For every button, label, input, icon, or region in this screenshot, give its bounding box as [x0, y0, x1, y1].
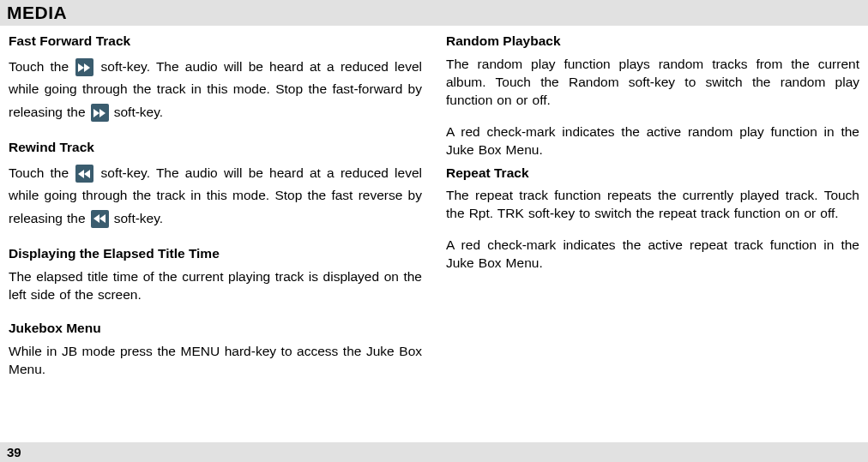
- text-fragment: Touch the: [9, 59, 75, 74]
- section-title-random-playback: Random Playback: [446, 33, 859, 51]
- rewind-icon: [91, 210, 109, 228]
- fast-forward-icon: [91, 104, 109, 122]
- rewind-paragraph: Touch the soft-key. The audio will be he…: [9, 162, 422, 230]
- section-title-rewind: Rewind Track: [9, 139, 422, 157]
- footer-bar: 39: [0, 442, 868, 462]
- page-section-title: MEDIA: [7, 3, 67, 22]
- section-title-fast-forward: Fast Forward Track: [9, 33, 422, 51]
- text-fragment: Touch the: [9, 165, 75, 180]
- text-fragment: soft-key.: [114, 211, 163, 225]
- page-number: 39: [7, 445, 21, 459]
- elapsed-time-paragraph: The elapsed title time of the current pl…: [9, 268, 422, 304]
- content-area: Fast Forward Track Touch the soft-key. T…: [0, 26, 868, 390]
- jukebox-menu-paragraph: While in JB mode press the MENU hard-key…: [9, 343, 422, 379]
- repeat-track-paragraph-2: A red check-mark indicates the active re…: [446, 237, 859, 273]
- section-title-jukebox-menu: Jukebox Menu: [9, 320, 422, 338]
- rewind-icon: [75, 165, 93, 183]
- header-bar: MEDIA: [0, 0, 868, 26]
- left-column: Fast Forward Track Touch the soft-key. T…: [9, 33, 422, 383]
- fast-forward-paragraph: Touch the soft-key. The audio will be he…: [9, 56, 422, 123]
- text-fragment: soft-key.: [114, 105, 163, 119]
- repeat-track-paragraph-1: The repeat track function repeats the cu…: [446, 187, 859, 223]
- right-column: Random Playback The random play function…: [446, 33, 859, 383]
- section-title-repeat-track: Repeat Track: [446, 165, 859, 183]
- section-title-elapsed-time: Displaying the Elapsed Title Time: [9, 245, 422, 263]
- fast-forward-icon: [75, 58, 93, 76]
- random-playback-paragraph-1: The random play function plays random tr…: [446, 56, 859, 110]
- random-playback-paragraph-2: A red check-mark indicates the active ra…: [446, 123, 859, 159]
